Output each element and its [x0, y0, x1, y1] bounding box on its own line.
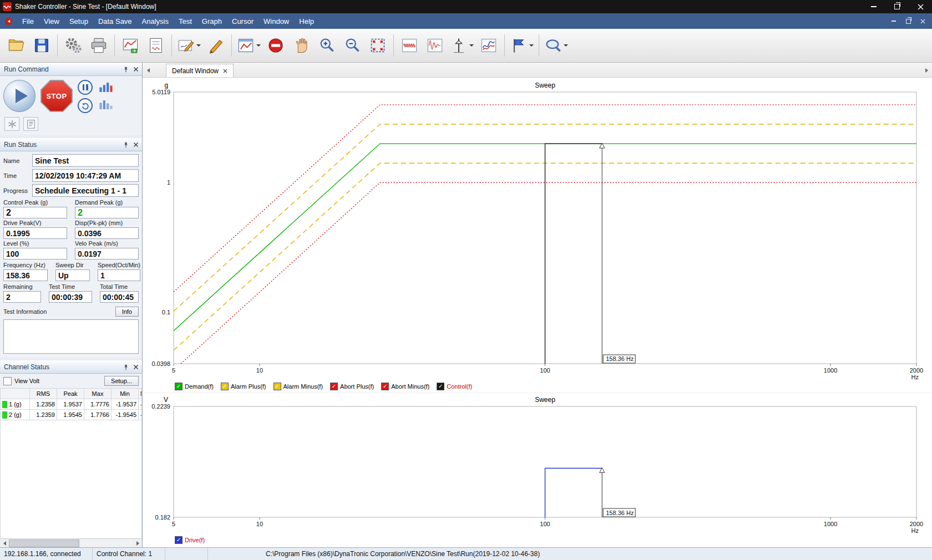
app-icon: [3, 2, 12, 11]
svg-text:158.36 Hz: 158.36 Hz: [606, 509, 634, 516]
compare-signal-button[interactable]: [476, 32, 502, 59]
run-command-header: Run Command: [0, 63, 142, 76]
menu-data-save[interactable]: Data Save: [93, 13, 137, 29]
chevron-down-icon[interactable]: [469, 44, 474, 47]
menu-window[interactable]: Window: [259, 13, 294, 29]
shaker-axes-button[interactable]: [4, 117, 19, 131]
pin-button[interactable]: [122, 65, 130, 74]
legend-checkbox[interactable]: [381, 383, 389, 390]
info-button[interactable]: Info: [115, 307, 139, 317]
pen-button[interactable]: [203, 32, 229, 59]
restore-button[interactable]: [885, 0, 909, 13]
zoom-fit-button[interactable]: [365, 32, 391, 59]
close-button[interactable]: [909, 0, 932, 13]
sweep-profile-chart[interactable]: Sweepg5.011910.10.039851010010002000Hz15…: [143, 79, 931, 380]
panel-close-button[interactable]: [133, 364, 139, 370]
test-time-label: Test Time: [49, 283, 92, 290]
menu-setup[interactable]: Setup: [64, 13, 93, 29]
legend-item-alarm-plus-f-[interactable]: Alarm Plus(f): [221, 383, 266, 390]
minimize-button[interactable]: [862, 0, 885, 13]
horizontal-scrollbar[interactable]: [0, 538, 142, 547]
frequency-label: Frequency (Hz): [3, 262, 48, 268]
legend-checkbox[interactable]: [175, 536, 183, 544]
tab-close-icon[interactable]: [223, 67, 227, 75]
menu-cursor[interactable]: Cursor: [227, 13, 259, 29]
level-meter-button[interactable]: [98, 80, 114, 94]
save-button[interactable]: [29, 32, 54, 59]
mdi-restore-button[interactable]: [901, 16, 915, 27]
chevron-down-icon[interactable]: [529, 44, 534, 47]
legend-item-drive-f-[interactable]: Drive(f): [175, 536, 205, 544]
decay-signal-button[interactable]: [422, 32, 448, 59]
legend-checkbox[interactable]: [437, 383, 444, 390]
run-status-header: Run Status: [0, 138, 142, 151]
restart-button[interactable]: [78, 98, 93, 113]
menu-graph[interactable]: Graph: [197, 13, 227, 29]
legend-checkbox[interactable]: [221, 383, 229, 390]
menu-analysis[interactable]: Analysis: [137, 13, 174, 29]
legend-item-control-f-[interactable]: Control(f): [437, 383, 472, 390]
tab-scroll-right-button[interactable]: [921, 64, 932, 77]
scrollbar-track[interactable]: [9, 539, 133, 547]
remaining-label: Remaining: [3, 283, 41, 290]
tab-default-window[interactable]: Default Window: [166, 64, 234, 77]
panel-close-button[interactable]: [133, 141, 139, 148]
legend-item-abort-plus-f-[interactable]: Abort Plus(f): [330, 383, 374, 390]
stop-draw-button[interactable]: [263, 32, 288, 59]
scroll-left-button[interactable]: [0, 539, 9, 547]
menu-help[interactable]: Help: [294, 13, 319, 29]
scrollbar-thumb[interactable]: [9, 539, 79, 547]
legend-item-demand-f-[interactable]: Demand(f): [175, 383, 214, 390]
gears-icon: [64, 37, 82, 54]
channel-row-1[interactable]: 1 (g) 1.2358 1.9537 1.7776 -1.9537 -0.19: [1, 399, 142, 410]
pin-button[interactable]: [122, 141, 130, 149]
menu-view[interactable]: View: [39, 13, 64, 29]
channel-row-2[interactable]: 2 (g) 1.2359 1.9545 1.7766 -1.9545 -0.19: [1, 410, 142, 420]
pan-button[interactable]: [288, 32, 314, 59]
channel-table-header: RMS Peak Max Min Mean: [1, 389, 142, 399]
legend-item-abort-minus-f-[interactable]: Abort Minus(f): [381, 383, 429, 390]
legend-checkbox[interactable]: [175, 383, 183, 390]
drive-chart[interactable]: SweepV0.22390.18251010010002000Hz158.36 …: [143, 393, 931, 534]
legend-checkbox[interactable]: [273, 383, 281, 390]
mdi-minimize-button[interactable]: [887, 16, 901, 27]
drive-chart-legend: Drive(f): [143, 534, 931, 546]
report-button[interactable]: [143, 32, 169, 59]
stop-button[interactable]: STOP: [40, 80, 73, 112]
view-volt-checkbox[interactable]: [3, 377, 12, 385]
print-button[interactable]: [86, 32, 112, 59]
chevron-down-icon[interactable]: [196, 44, 201, 47]
profile-chart-legend: Demand(f)Alarm Plus(f)Alarm Minus(f)Abor…: [143, 380, 931, 393]
system-settings-button[interactable]: [60, 32, 86, 59]
run-button[interactable]: [3, 80, 36, 112]
chevron-down-icon[interactable]: [256, 44, 261, 47]
chevron-down-icon[interactable]: [564, 44, 568, 47]
sweep-signal-button[interactable]: [397, 32, 422, 59]
channel-setup-button[interactable]: Setup...: [104, 376, 139, 386]
test-information-box[interactable]: [3, 319, 139, 354]
signature-button[interactable]: [175, 32, 203, 59]
pin-icon: [123, 141, 129, 149]
scroll-right-button[interactable]: [133, 539, 142, 547]
pause-button[interactable]: [78, 80, 93, 95]
cursor-tool-button[interactable]: [448, 32, 476, 59]
zoom-region-button[interactable]: [542, 32, 570, 59]
menu-test[interactable]: Test: [174, 13, 197, 29]
menu-file[interactable]: File: [17, 13, 39, 29]
zoom-out-button[interactable]: [340, 32, 365, 59]
open-button[interactable]: [3, 32, 29, 59]
legend-checkbox[interactable]: [330, 383, 338, 390]
schedule-list-button[interactable]: [23, 117, 38, 131]
pin-button[interactable]: [122, 363, 130, 371]
mdi-close-button[interactable]: [915, 16, 930, 27]
panel-close-button[interactable]: [133, 66, 139, 73]
tab-scroll-left-button[interactable]: [143, 64, 154, 77]
export-graph-button[interactable]: [118, 32, 143, 59]
zoom-in-button[interactable]: [314, 32, 340, 59]
legend-item-alarm-minus-f-[interactable]: Alarm Minus(f): [273, 383, 323, 390]
new-graph-button[interactable]: [235, 32, 263, 59]
level-label: Level (%): [3, 240, 67, 247]
histogram-button[interactable]: [98, 97, 114, 111]
name-label: Name: [3, 157, 29, 164]
flag-button[interactable]: [508, 32, 536, 59]
